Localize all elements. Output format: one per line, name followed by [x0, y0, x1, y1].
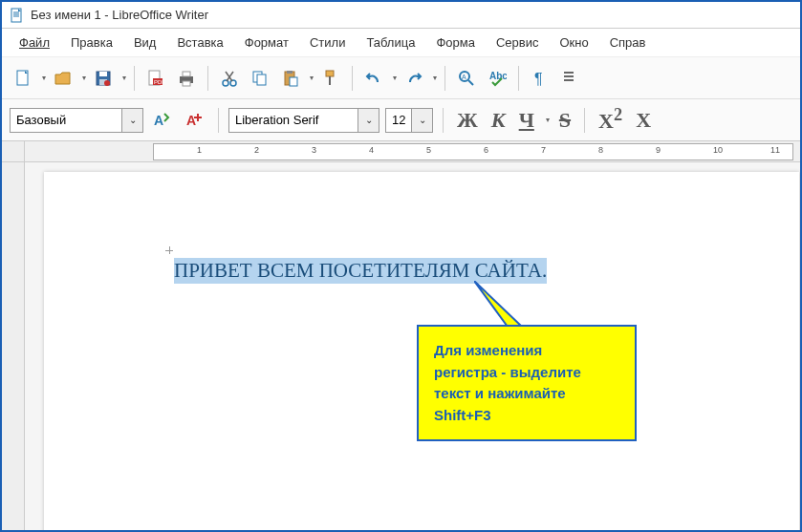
svg-rect-24 — [326, 71, 334, 76]
redo-button[interactable] — [401, 65, 427, 92]
subscript-button[interactable]: X — [632, 108, 655, 133]
document-page[interactable]: ПРИВЕТ ВСЕМ ПОСЕТИТЕЛЯМ САЙТА. Для измен… — [44, 172, 799, 532]
superscript-button[interactable]: X2 — [595, 105, 626, 134]
formatting-toolbar: Базовый ⌄ A A Liberation Serif ⌄ 12 ⌄ Ж … — [2, 99, 800, 141]
undo-dropdown[interactable]: ▾ — [393, 74, 397, 82]
new-dropdown[interactable]: ▾ — [42, 74, 46, 82]
more-button[interactable] — [557, 65, 584, 92]
separator — [207, 66, 208, 91]
print-button[interactable] — [173, 65, 200, 92]
separator — [443, 108, 444, 133]
font-size-combo[interactable]: 12 ⌄ — [385, 108, 433, 133]
bold-button[interactable]: Ж — [453, 108, 482, 133]
svg-marker-38 — [474, 281, 522, 327]
separator — [352, 66, 353, 91]
separator — [444, 66, 445, 91]
app-icon — [10, 8, 25, 23]
page-viewport: ПРИВЕТ ВСЕМ ПОСЕТИТЕЛЯМ САЙТА. Для измен… — [25, 162, 800, 532]
svg-text:A: A — [154, 113, 163, 128]
svg-rect-20 — [257, 74, 266, 85]
svg-rect-13 — [183, 72, 190, 76]
update-style-button[interactable]: A — [149, 107, 176, 134]
save-button[interactable] — [90, 65, 117, 92]
separator — [584, 108, 585, 133]
svg-text:¶: ¶ — [534, 71, 543, 87]
titlebar: Без имени 1 - LibreOffice Writer — [2, 2, 800, 29]
paragraph-style-value: Базовый — [11, 111, 121, 129]
underline-dropdown[interactable]: ▾ — [546, 116, 550, 124]
menu-insert[interactable]: Вставка — [167, 32, 232, 53]
cut-button[interactable] — [216, 65, 243, 92]
paste-dropdown[interactable]: ▾ — [310, 74, 314, 82]
svg-text:Abc: Abc — [489, 71, 507, 81]
tooltip-callout: Для изменения регистра - выделите текст … — [417, 325, 637, 441]
menu-view[interactable]: Вид — [124, 32, 166, 53]
copy-button[interactable] — [247, 65, 273, 92]
strikethrough-button[interactable]: S — [555, 108, 574, 133]
menu-format[interactable]: Формат — [235, 32, 298, 53]
export-pdf-button[interactable]: PDF — [142, 65, 169, 92]
menu-tools[interactable]: Сервис — [487, 32, 549, 53]
menu-form[interactable]: Форма — [426, 32, 485, 53]
font-name-dropdown[interactable]: ⌄ — [358, 109, 379, 132]
svg-point-8 — [104, 80, 110, 86]
redo-dropdown[interactable]: ▾ — [433, 74, 437, 82]
undo-button[interactable] — [360, 65, 387, 92]
font-name-value: Liberation Serif — [229, 111, 358, 129]
italic-button[interactable]: К — [488, 108, 509, 133]
find-button[interactable]: A — [453, 65, 480, 92]
ruler-corner — [2, 141, 25, 161]
callout-line: регистра - выделите — [434, 362, 619, 384]
menu-table[interactable]: Таблица — [357, 32, 424, 53]
horizontal-ruler[interactable]: 1 2 3 4 5 6 7 8 9 10 11 — [2, 141, 800, 162]
pilcrow-button[interactable]: ¶ — [527, 65, 553, 92]
font-name-combo[interactable]: Liberation Serif ⌄ — [228, 108, 379, 133]
svg-rect-14 — [183, 81, 190, 86]
menu-file[interactable]: Файл — [10, 32, 59, 53]
margin-corner-icon — [165, 246, 173, 254]
separator — [134, 66, 135, 91]
callout-line: текст и нажимайте — [434, 383, 619, 405]
separator — [218, 108, 219, 133]
underline-button[interactable]: Ч — [515, 108, 538, 133]
svg-point-15 — [223, 80, 228, 86]
menubar: Файл Правка Вид Вставка Формат Стили Таб… — [2, 29, 800, 57]
save-dropdown[interactable]: ▾ — [122, 74, 126, 82]
menu-edit[interactable]: Правка — [61, 32, 122, 53]
svg-rect-6 — [99, 72, 107, 76]
menu-styles[interactable]: Стили — [300, 32, 355, 53]
svg-text:PDF: PDF — [154, 79, 165, 85]
ruler-scale: 1 2 3 4 5 6 7 8 9 10 11 — [25, 141, 800, 161]
clone-format-button[interactable] — [317, 65, 344, 92]
svg-rect-25 — [329, 76, 331, 85]
svg-text:A: A — [186, 113, 196, 128]
svg-rect-23 — [290, 77, 297, 86]
open-button[interactable] — [50, 65, 76, 92]
svg-rect-22 — [287, 71, 293, 74]
new-button[interactable] — [10, 65, 36, 92]
new-style-button[interactable]: A — [182, 107, 208, 134]
svg-text:A: A — [462, 74, 466, 80]
menu-window[interactable]: Окно — [550, 32, 597, 53]
spellcheck-button[interactable]: Abc — [484, 65, 510, 92]
document-area: ПРИВЕТ ВСЕМ ПОСЕТИТЕЛЯМ САЙТА. Для измен… — [2, 162, 800, 532]
menu-help[interactable]: Справ — [600, 32, 656, 53]
vertical-ruler[interactable] — [2, 162, 25, 532]
font-size-dropdown[interactable]: ⌄ — [411, 109, 432, 132]
paragraph-style-combo[interactable]: Базовый ⌄ — [10, 108, 143, 133]
font-size-value: 12 — [386, 111, 411, 129]
callout-line: Shift+F3 — [434, 405, 619, 427]
open-dropdown[interactable]: ▾ — [82, 74, 86, 82]
separator — [518, 66, 519, 91]
paragraph-style-dropdown[interactable]: ⌄ — [121, 109, 142, 132]
standard-toolbar: ▾ ▾ ▾ PDF ▾ ▾ ▾ A Abc ¶ — [2, 57, 800, 99]
svg-line-27 — [468, 80, 473, 85]
callout-line: Для изменения — [434, 340, 619, 362]
svg-point-16 — [230, 80, 236, 86]
paste-button[interactable] — [277, 65, 304, 92]
selected-text[interactable]: ПРИВЕТ ВСЕМ ПОСЕТИТЕЛЯМ САЙТА. — [174, 258, 547, 284]
window-title: Без имени 1 - LibreOffice Writer — [31, 8, 208, 22]
